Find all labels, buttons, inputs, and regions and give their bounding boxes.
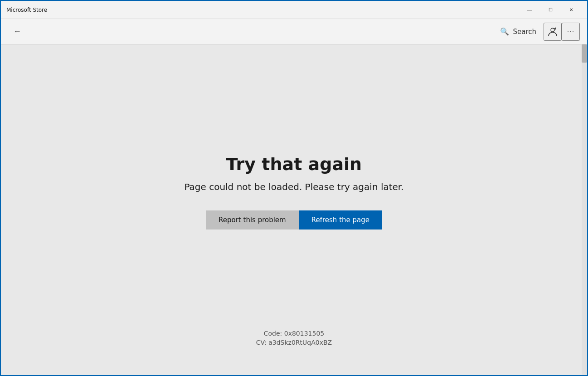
app-title: Microsoft Store [6, 7, 519, 13]
error-codes: Code: 0x80131505 CV: a3dSkz0RtUqA0xBZ [256, 330, 332, 348]
action-buttons: Report this problem Refresh the page [206, 210, 382, 230]
window-controls: — ☐ ✕ [519, 3, 582, 17]
scrollbar-thumb[interactable] [582, 44, 587, 63]
report-problem-button[interactable]: Report this problem [206, 210, 299, 230]
more-options-button[interactable]: ··· [562, 23, 580, 41]
error-subtitle: Page could not be loaded. Please try aga… [184, 181, 403, 192]
more-icon: ··· [567, 28, 574, 36]
search-label: Search [513, 28, 536, 36]
account-button[interactable] [544, 23, 562, 41]
search-icon: 🔍 [500, 27, 509, 36]
error-title: Try that again [226, 154, 362, 174]
close-button[interactable]: ✕ [561, 3, 582, 17]
scrollbar[interactable] [582, 44, 587, 375]
error-code: Code: 0x80131505 [256, 330, 332, 337]
search-button[interactable]: 🔍 Search [493, 24, 544, 39]
main-content: Try that again Page could not be loaded.… [1, 44, 587, 375]
account-icon [548, 27, 558, 37]
maximize-button[interactable]: ☐ [540, 3, 561, 17]
minimize-button[interactable]: — [519, 3, 540, 17]
app-window: Microsoft Store — ☐ ✕ ← 🔍 Search ··· [0, 0, 588, 376]
title-bar: Microsoft Store — ☐ ✕ [1, 1, 587, 19]
refresh-page-button[interactable]: Refresh the page [299, 210, 382, 230]
error-cv: CV: a3dSkz0RtUqA0xBZ [256, 339, 332, 346]
back-button[interactable]: ← [8, 23, 26, 41]
nav-bar: ← 🔍 Search ··· [1, 19, 587, 44]
